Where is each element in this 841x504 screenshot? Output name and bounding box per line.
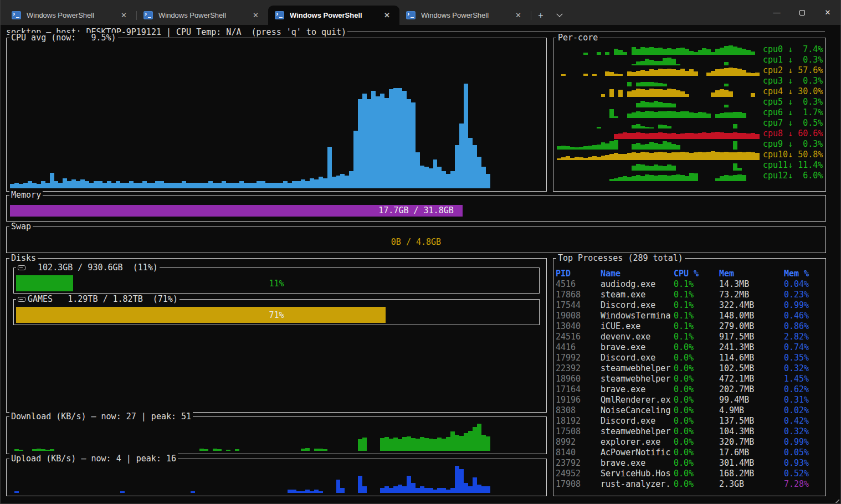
powershell-icon [275, 11, 284, 19]
process-cell: 4.9MB [719, 405, 784, 416]
process-row: 22392steamwebhelper0.0%102.5MB0.32% [556, 363, 824, 374]
core-row-cpu8: cpu8 ↓ 60.6% [557, 128, 823, 139]
process-cell: 148.0MB [719, 311, 784, 321]
process-cell: 17868 [556, 290, 601, 300]
chevron-down-icon [556, 11, 562, 17]
process-table: PIDNameCPU %MemMem %4516audiodg.exe0.1%1… [556, 269, 824, 490]
top-processes-panel: Top Processes (289 total) PIDNameCPU %Me… [553, 258, 826, 496]
tab-close-button[interactable]: ✕ [511, 10, 525, 20]
tab-strip: Windows PowerShell✕Windows PowerShell✕Wi… [1, 0, 531, 25]
process-cell: 17164 [556, 384, 601, 395]
cpu7-sparkline [557, 119, 760, 128]
tab-3[interactable]: Windows PowerShell✕ [399, 6, 531, 25]
disk-list: 102.3GB / 930.6GB (11%)11%GAMES 1.29TB /… [7, 268, 546, 325]
process-cell: 0.31% [784, 395, 824, 405]
per-core-rows: cpu0 ↓ 7.4%cpu1 ↓ 0.3%cpu2 ↓ 57.6%cpu3 ↓… [557, 44, 823, 181]
process-cell: 0.32% [784, 363, 824, 374]
swap-title: Swap [9, 222, 33, 232]
process-cell: 0.1% [674, 321, 719, 332]
process-table-header: PIDNameCPU %MemMem % [556, 269, 824, 279]
header-rule [347, 32, 825, 32]
process-row: 19008WindowsTermina0.1%148.0MB0.46% [556, 311, 824, 321]
process-cell: 279.0MB [719, 321, 784, 332]
process-cell: 168.2MB [719, 469, 784, 479]
process-cell: 0.42% [784, 416, 824, 426]
column-header[interactable]: Name [601, 269, 674, 279]
swap-panel: Swap 0B / 4.8GB [6, 227, 826, 253]
minimize-button[interactable]: — [764, 0, 789, 25]
tab-2[interactable]: Windows PowerShell✕ [268, 6, 399, 25]
column-header[interactable]: Mem [719, 269, 784, 279]
process-row: 13040iCUE.exe0.1%279.0MB0.86% [556, 321, 824, 332]
cpu11-label: cpu11↓ 11.4% [763, 160, 823, 171]
disk-gauge-label: 11% [16, 275, 537, 291]
process-cell: NoiseCanceling [601, 405, 674, 416]
process-row: 8992explorer.exe0.0%320.7MB0.99% [556, 437, 824, 448]
tab-close-button[interactable]: ✕ [117, 10, 131, 20]
process-cell: 18960 [556, 374, 601, 384]
process-cell: 0.0% [674, 342, 719, 353]
core-row-cpu6: cpu6 ↓ 1.7% [557, 107, 823, 118]
process-cell: 8308 [556, 405, 601, 416]
maximize-icon [799, 10, 805, 16]
tab-1[interactable]: Windows PowerShell✕ [137, 6, 268, 25]
memory-gauge: 17.7GB / 31.8GB [10, 205, 822, 217]
process-row: 17164brave.exe0.0%202.7MB0.62% [556, 384, 824, 395]
process-cell: 24516 [556, 332, 601, 342]
download-chart [10, 424, 543, 451]
resize-grip-icon[interactable] [833, 496, 839, 503]
cpu2-sparkline [557, 66, 760, 76]
tab-dropdown-button[interactable] [550, 6, 569, 25]
cpu1-sparkline [557, 56, 760, 65]
process-cell: 0.0% [674, 479, 719, 490]
powershell-icon [12, 11, 21, 19]
tab-close-button[interactable]: ✕ [249, 10, 263, 20]
cpu6-sparkline [557, 109, 760, 118]
cpu-avg-panel: CPU avg (now: 9.5%) [6, 38, 547, 192]
process-cell: 0.46% [784, 311, 824, 321]
per-core-title: Per-core [556, 33, 599, 43]
cpu8-sparkline [557, 130, 760, 139]
new-tab-button[interactable]: + [531, 6, 550, 25]
process-cell: 17908 [556, 479, 601, 490]
terminal-window: Windows PowerShell✕Windows PowerShell✕Wi… [0, 0, 841, 504]
core-row-cpu1: cpu1 ↓ 0.3% [557, 55, 823, 65]
process-row: 17868steam.exe0.1%73.2MB0.23% [556, 290, 824, 300]
process-cell: 0.0% [674, 384, 719, 395]
maximize-button[interactable] [789, 0, 815, 25]
column-header[interactable]: Mem % [784, 269, 824, 279]
process-cell: 104.3MB [719, 426, 784, 437]
disk-gauge-1: 71% [16, 307, 537, 323]
process-cell: 24952 [556, 469, 601, 479]
process-cell: 0.93% [784, 458, 824, 469]
process-cell: 0.04% [784, 279, 824, 290]
core-row-cpu12: cpu12↓ 6.0% [557, 171, 823, 181]
cpu6-label: cpu6 ↓ 1.7% [763, 107, 823, 118]
process-cell: 472.1MB [719, 374, 784, 384]
process-cell: 22392 [556, 363, 601, 374]
tab-close-button[interactable]: ✕ [380, 10, 394, 20]
process-cell: AcPowerNotific [601, 448, 674, 458]
cpu2-label: cpu2 ↓ 57.6% [763, 65, 823, 76]
process-cell: audiodg.exe [601, 279, 674, 290]
tab-0[interactable]: Windows PowerShell✕ [5, 6, 136, 25]
per-core-panel: Per-core cpu0 ↓ 7.4%cpu1 ↓ 0.3%cpu2 ↓ 57… [553, 38, 826, 192]
tab-title: Windows PowerShell [158, 11, 249, 19]
process-cell: 23792 [556, 458, 601, 469]
core-row-cpu0: cpu0 ↓ 7.4% [557, 44, 823, 55]
process-cell: 0.1% [674, 300, 719, 311]
process-cell: 0.1% [674, 311, 719, 321]
cpu8-label: cpu8 ↓ 60.6% [763, 128, 823, 139]
process-cell: 322.4MB [719, 300, 784, 311]
process-cell: 0.1% [674, 290, 719, 300]
disk-gauge-0: 11% [16, 275, 537, 291]
close-button[interactable]: ✕ [815, 0, 840, 25]
column-header[interactable]: PID [556, 269, 601, 279]
terminal-content: socktop — host: DESKTOP-9P19121 | CPU Te… [1, 25, 840, 503]
process-cell: 18192 [556, 416, 601, 426]
process-cell: 202.7MB [719, 384, 784, 395]
process-row: 19196QmlRenderer.ex0.0%99.4MB0.31% [556, 395, 824, 405]
process-cell: 4516 [556, 279, 601, 290]
column-header[interactable]: CPU % [674, 269, 719, 279]
process-row: 8140AcPowerNotific0.0%17.6MB0.05% [556, 448, 824, 458]
